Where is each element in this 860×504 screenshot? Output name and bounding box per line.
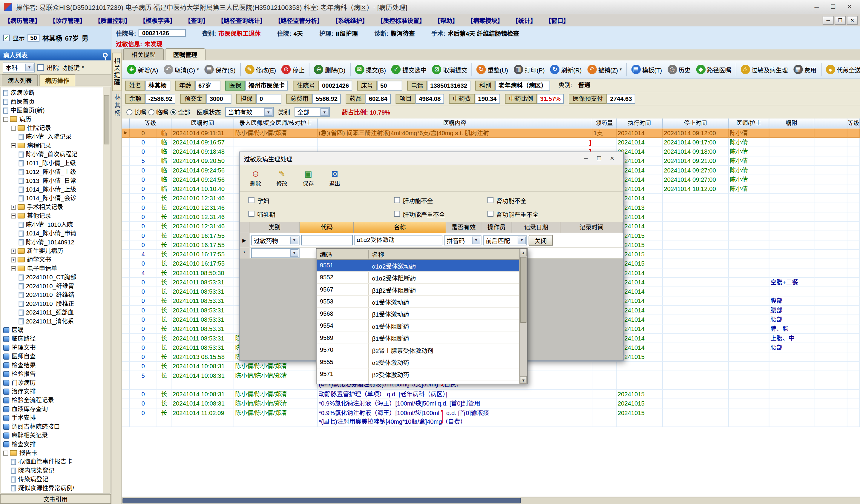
tree-item-12[interactable]: 1014_陈小倩_会诊 (1, 194, 103, 202)
tree-item-24[interactable]: 20241010_腰椎正 (1, 299, 103, 308)
grid-header-3[interactable]: 名称 (354, 222, 446, 233)
tree-item-8[interactable]: 1011_陈小倩_上级 (1, 159, 103, 167)
field-value[interactable]: 3000 (206, 94, 232, 104)
grid-header-5[interactable]: 操作员 (481, 222, 512, 233)
condition-checkbox-0[interactable]: 孕妇 (248, 196, 394, 204)
column-header-5[interactable]: 领药量 (592, 118, 617, 128)
condition-checkbox-3[interactable]: 哺乳期 (248, 209, 394, 218)
popup-row-8[interactable]: 9555α2受体激动药 (317, 356, 519, 368)
tree-item-26[interactable]: 20241011_消化系 (1, 316, 103, 325)
field-value[interactable]: 13850131632 (427, 80, 471, 90)
toolbar-button-7[interactable]: ⊖删除(D) (311, 63, 348, 75)
tree-expander[interactable]: − (11, 266, 16, 271)
show-checkbox[interactable]: ✓ (3, 34, 10, 41)
toolbar-button-25[interactable]: ●代煎全送▾ (823, 63, 860, 75)
radio-option-2[interactable]: 全部 (170, 108, 190, 116)
scroll-up-icon[interactable]: ▲ (520, 249, 527, 256)
popup-row-4[interactable]: 9568β1受体激动药 (317, 308, 519, 320)
tree-item-11[interactable]: 1014_陈小倩_上级 (1, 185, 103, 194)
tree-item-37[interactable]: 手术安排 (1, 413, 103, 422)
pin-icon[interactable] (103, 53, 108, 58)
tree-item-17[interactable]: 陈小倩_10140912 (1, 238, 103, 247)
field-value[interactable]: 林其杨 (145, 80, 171, 90)
toolbar-button-5[interactable]: ⊘停止 (279, 63, 307, 75)
column-header-2[interactable]: 医嘱时间 (171, 118, 234, 128)
field-value[interactable]: 00021426 (319, 80, 352, 90)
toolbar-button-4[interactable]: ✎修改(E) (242, 63, 279, 75)
toolbar-button-9[interactable]: ✉提交(B) (352, 63, 389, 75)
tree-item-16[interactable]: 1014_陈小倩_申请 (1, 229, 103, 238)
popup-row-7[interactable]: 9570β2肾上腺素受体激动剂 (317, 344, 519, 356)
tree-item-0[interactable]: 疾病诊断 (1, 88, 103, 97)
tree-item-10[interactable]: 1013_陈小倩_日常 (1, 176, 103, 185)
discharge-checkbox[interactable] (37, 64, 44, 71)
condition-checkbox-2[interactable]: 肾功能不全 (487, 196, 615, 204)
main-tab-1[interactable]: 医嘱管理 (165, 48, 205, 60)
popup-row-10[interactable]: 9556α2受体阻断药 (317, 381, 519, 384)
field-value[interactable]: 福州市医保卡 (245, 80, 288, 90)
tree-item-38[interactable]: 调阅吉林院感接口 (1, 422, 103, 431)
popup-row-2[interactable]: 9567β1β2受体阻断药 (317, 284, 519, 296)
tree-item-2[interactable]: 中医首页(新) (1, 106, 103, 115)
menu-item-10[interactable]: 【病案模块】 (463, 16, 508, 24)
order-row-29[interactable]: 0长20241014 11:02:09陈小倩/陈小倩/郑清*0.9%氯化钠注射液… (122, 409, 860, 427)
tree-item-43[interactable]: 院内感染登记 (1, 466, 103, 475)
menu-item-7[interactable]: 【系统维护】 (327, 16, 373, 24)
toolbar-button-14[interactable]: ▥打印(P) (511, 63, 547, 75)
tree-item-19[interactable]: +药学文书 (1, 255, 103, 264)
tree-item-44[interactable]: 传染病登记 (1, 475, 103, 484)
popup-row-6[interactable]: 9569β1受体阻断药 (317, 332, 519, 344)
tree-item-4[interactable]: −住院记录 (1, 123, 103, 132)
tree-item-27[interactable]: 医嘱 (1, 326, 103, 334)
tree-item-1[interactable]: 西医首页 (1, 97, 103, 106)
mdi-close-button[interactable]: ✕ (847, 16, 858, 24)
tree-item-31[interactable]: 检查结果 (1, 361, 103, 369)
toolbar-button-13[interactable]: ↻重整(U) (474, 63, 511, 75)
menu-item-0[interactable]: 【病历管理】 (0, 16, 45, 24)
tree-item-36[interactable]: 血液库存查询 (1, 405, 103, 413)
dialog-minimize-button[interactable]: ─ (579, 153, 592, 163)
close-button[interactable]: ✕ (841, 1, 858, 13)
field-value[interactable]: 190.34 (475, 94, 500, 104)
menu-item-12[interactable]: 【窗口】 (541, 16, 574, 24)
tree-item-7[interactable]: 陈小倩_首次病程记 (1, 150, 103, 159)
tree-item-20[interactable]: −电子申请单 (1, 264, 103, 273)
tree-expander[interactable]: + (11, 204, 16, 209)
menu-item-1[interactable]: 【诊疗管理】 (45, 16, 90, 24)
tree-item-9[interactable]: 1012_陈小倩_上级 (1, 167, 103, 176)
menu-item-8[interactable]: 【质控标准设置】 (373, 16, 430, 24)
popup-row-5[interactable]: 9554α1受体阻断药 (317, 320, 519, 332)
condition-checkbox-1[interactable]: 肝功能不全 (394, 196, 487, 204)
order-row-28[interactable]: 0长20241014 10:08:31陈小倩/陈小倩/郑清*0.9%氯化钠注射液… (122, 399, 860, 408)
dialog-edit-button[interactable]: ✎修改 (272, 169, 292, 187)
dialog-close-button[interactable]: ✕ (605, 153, 619, 163)
document-reference-button[interactable]: 文书引用 (0, 494, 111, 504)
tree-item-23[interactable]: 20241010_纤维结 (1, 290, 103, 299)
dialog-title-bar[interactable]: 过敏及病生理处理 ─ ☐ ✕ (240, 152, 623, 165)
grid-header-2[interactable]: 代码 (300, 222, 354, 233)
condition-checkbox-4[interactable]: 肝功能严重不全 (394, 209, 487, 218)
field-value[interactable]: 0 (256, 94, 282, 104)
toolbar-button-10[interactable]: ✓提交选中 (389, 63, 429, 75)
function-key-button[interactable]: 功能键▾ (61, 63, 84, 72)
tree-item-13[interactable]: +手术相关记录 (1, 203, 103, 211)
tree-expander[interactable]: − (11, 125, 16, 130)
related-reminder-vertical-tab[interactable]: 相关提醒 (112, 53, 121, 91)
tree-item-46[interactable]: 食源性疾病病例监测 (1, 492, 103, 493)
menu-item-4[interactable]: 【查询】 (180, 16, 213, 24)
tree-item-25[interactable]: 20241011_颈部血 (1, 308, 103, 316)
dialog-delete-button[interactable]: ⊖删除 (245, 169, 266, 187)
scroll-down-icon[interactable]: ▼ (520, 376, 527, 384)
order-row-27[interactable]: 0长20241014 10:08:31陈小倩/陈小倩/郑清动静脉置管护理（单项）… (122, 390, 860, 399)
menu-item-5[interactable]: 【路径查询统计】 (213, 16, 270, 24)
tree-item-30[interactable]: 医师自查 (1, 352, 103, 360)
menu-item-3[interactable]: 【模板字典】 (135, 16, 181, 24)
tree-item-29[interactable]: 护理文书 (1, 343, 103, 352)
allergy-category-select[interactable]: 过敏药物▾ (251, 235, 300, 245)
tree-item-18[interactable]: +新生婴儿病历 (1, 247, 103, 255)
field-value[interactable]: 2744.63 (607, 94, 635, 104)
close-search-button[interactable]: 关闭 (529, 235, 553, 246)
column-header-6[interactable]: 执行时间 (617, 118, 663, 128)
tree-item-33[interactable]: 门诊病历 (1, 378, 103, 387)
tree-item-3[interactable]: −病历 (1, 115, 103, 123)
